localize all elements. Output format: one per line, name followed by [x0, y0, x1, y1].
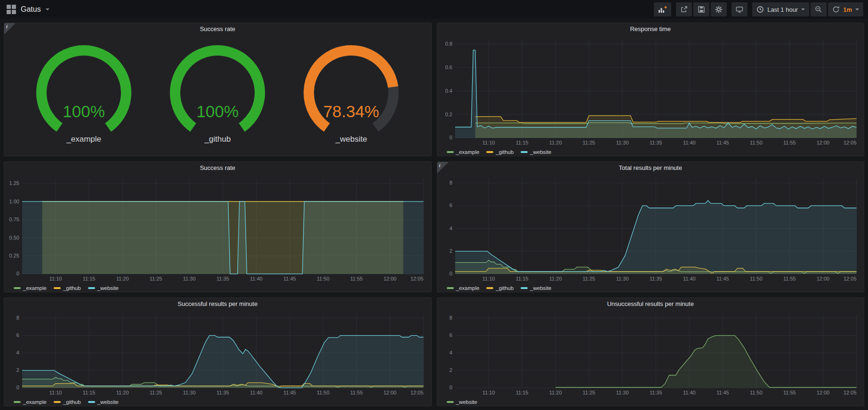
chart-unsuccessful-results[interactable]: 0246811:1011:1511:2011:2511:3011:3511:40… [438, 311, 862, 398]
svg-text:0.25: 0.25 [9, 253, 19, 258]
chart-total-results[interactable]: 0246811:1011:1511:2011:2511:3011:3511:40… [438, 175, 862, 284]
legend-swatch [521, 151, 528, 153]
svg-text:11:40: 11:40 [250, 390, 263, 395]
panel-success-rate-series: Success rate 00.250.500.751.001.2511:101… [4, 161, 432, 292]
svg-text:11:45: 11:45 [716, 140, 729, 145]
panel-title[interactable]: Success rate [4, 162, 431, 174]
legend-swatch [447, 401, 454, 403]
svg-text:0: 0 [16, 385, 19, 390]
panel-title[interactable]: Successful results per minute [4, 298, 431, 310]
legend-item-_website[interactable]: _website [521, 285, 551, 291]
svg-text:11:20: 11:20 [549, 390, 562, 395]
gauge-arc: 78.34% [292, 44, 410, 134]
svg-text:0.75: 0.75 [9, 217, 19, 222]
legend-item-_github[interactable]: _github [486, 149, 514, 155]
legend-label: _website [456, 399, 477, 405]
cycle-view-button[interactable] [731, 2, 747, 16]
gauge-label: _example [66, 135, 101, 144]
clock-icon [756, 6, 764, 13]
svg-text:0.50: 0.50 [9, 235, 19, 241]
svg-text:12:05: 12:05 [410, 276, 424, 281]
svg-text:11:20: 11:20 [549, 276, 562, 281]
svg-text:0: 0 [449, 271, 452, 276]
chart-response-time[interactable]: 00.20.40.60.811:1011:1511:2011:2511:3011… [438, 36, 862, 148]
legend-swatch [486, 151, 493, 153]
svg-text:78.34%: 78.34% [323, 102, 379, 121]
add-panel-icon [658, 6, 667, 13]
legend-item-_website[interactable]: _website [88, 399, 119, 405]
svg-text:11:15: 11:15 [515, 390, 528, 395]
navbar: Gatus Last 1 ho [0, 0, 868, 19]
svg-text:0: 0 [16, 271, 19, 276]
add-panel-button[interactable] [654, 2, 671, 16]
panel-title[interactable]: Unsuccessful results per minute [437, 298, 864, 310]
chart-legend: _example_github_website [4, 398, 431, 406]
legend-label: _github [496, 285, 514, 291]
gauge-arc: 100% [25, 44, 143, 134]
svg-text:6: 6 [16, 332, 19, 338]
legend-item-_example[interactable]: _example [14, 399, 47, 405]
dashboard-grid-icon[interactable] [7, 5, 16, 14]
panel-unsuccessful-results: Unsuccessful results per minute 0246811:… [437, 297, 865, 406]
svg-text:11:15: 11:15 [515, 276, 528, 281]
legend-label: _example [456, 149, 480, 155]
legend-item-_example[interactable]: _example [447, 285, 480, 291]
legend-item-_github[interactable]: _github [54, 399, 81, 405]
settings-button[interactable] [711, 2, 727, 16]
share-icon [680, 6, 688, 13]
legend-item-_website[interactable]: _website [521, 149, 551, 155]
svg-text:11:55: 11:55 [783, 140, 796, 145]
legend-swatch [54, 287, 61, 289]
legend-item-_github[interactable]: _github [486, 285, 514, 291]
legend-label: _github [496, 149, 514, 155]
svg-text:0: 0 [449, 385, 452, 390]
panel-title[interactable]: Success rate [4, 23, 431, 35]
panel-title[interactable]: Total results per minute [437, 162, 864, 174]
svg-text:11:15: 11:15 [83, 390, 96, 395]
svg-text:11:30: 11:30 [616, 276, 628, 281]
toolbar: Last 1 hour 1m [654, 2, 863, 16]
svg-text:11:50: 11:50 [317, 276, 330, 281]
svg-text:12:05: 12:05 [844, 390, 857, 395]
legend-item-_github[interactable]: _github [54, 285, 81, 291]
svg-text:11:20: 11:20 [116, 390, 129, 395]
panel-info-corner-icon[interactable]: i [437, 162, 449, 173]
svg-text:11:55: 11:55 [350, 390, 363, 395]
svg-text:11:45: 11:45 [716, 276, 729, 281]
svg-text:4: 4 [449, 350, 452, 355]
svg-text:8: 8 [16, 315, 19, 321]
chart-successful-results[interactable]: 0246811:1011:1511:2011:2511:3011:3511:40… [5, 311, 429, 398]
svg-text:6: 6 [449, 202, 452, 208]
time-range-picker[interactable]: Last 1 hour [752, 2, 809, 16]
legend-label: _website [97, 399, 119, 405]
legend-swatch [14, 401, 21, 403]
chart-legend: _example_github_website [4, 284, 431, 292]
zoom-out-icon [815, 6, 822, 13]
panel-response-time: Response time 00.20.40.60.811:1011:1511:… [437, 23, 865, 156]
svg-text:11:30: 11:30 [616, 390, 628, 395]
svg-text:11:25: 11:25 [150, 390, 162, 395]
gauge-example: 100% _example [25, 44, 143, 144]
legend-item-_website[interactable]: _website [88, 285, 119, 291]
chevron-down-icon[interactable] [46, 8, 49, 10]
svg-text:11:10: 11:10 [482, 140, 495, 145]
save-button[interactable] [693, 2, 709, 16]
legend-item-_website[interactable]: _website [447, 399, 477, 405]
panel-total-results: i Total results per minute 0246811:1011:… [437, 161, 865, 292]
share-button[interactable] [676, 2, 692, 16]
zoom-out-button[interactable] [811, 2, 827, 16]
legend-swatch [88, 401, 95, 403]
svg-text:11:45: 11:45 [283, 390, 296, 395]
panel-success-rate-gauges: i Success rate 100% _example 100% _githu… [4, 23, 432, 156]
svg-text:0: 0 [449, 135, 452, 140]
panel-title[interactable]: Response time [437, 23, 864, 35]
panel-info-corner-icon[interactable]: i [4, 23, 16, 34]
dashboard-title[interactable]: Gatus [21, 5, 41, 14]
svg-text:0.4: 0.4 [445, 88, 452, 94]
legend-item-_example[interactable]: _example [447, 149, 480, 155]
chart-success-rate[interactable]: 00.250.500.751.001.2511:1011:1511:2011:2… [5, 175, 429, 284]
legend-item-_example[interactable]: _example [14, 285, 47, 291]
refresh-picker[interactable]: 1m [828, 2, 863, 16]
legend-swatch [521, 287, 528, 289]
gauge-website: 78.34% _website [292, 44, 410, 144]
